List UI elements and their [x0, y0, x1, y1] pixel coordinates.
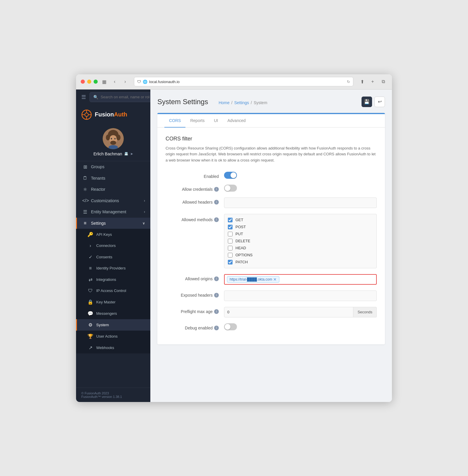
- method-put-label[interactable]: PUT: [235, 232, 243, 236]
- svg-point-10: [116, 135, 121, 140]
- method-put-checkbox[interactable]: [228, 232, 233, 236]
- sidebar-item-key-master[interactable]: 🔒 Key Master: [76, 296, 150, 308]
- allowed-methods-control: GET POST PUT: [224, 214, 377, 268]
- method-put-item: PUT: [228, 231, 373, 238]
- share-btn[interactable]: ⬆: [358, 78, 366, 86]
- sidebar-item-integrations[interactable]: ⇄ Integrations: [76, 274, 150, 285]
- method-get-checkbox[interactable]: [228, 218, 233, 222]
- sidebar-item-reactor[interactable]: ⚛ Reactor: [76, 184, 150, 195]
- allowed-methods-info-icon[interactable]: i: [214, 217, 219, 222]
- groups-icon: ⊞: [82, 164, 88, 170]
- allow-credentials-toggle[interactable]: [224, 185, 237, 192]
- enabled-toggle[interactable]: [224, 172, 237, 179]
- allowed-origins-control: https://trial-████.okta.com ✕: [224, 274, 377, 285]
- method-patch-checkbox[interactable]: [228, 260, 233, 264]
- address-bar[interactable]: 🛡 🌐 local.fusionauth.io ↻: [134, 77, 353, 86]
- debug-enabled-toggle[interactable]: [224, 323, 237, 330]
- method-post-label[interactable]: POST: [235, 225, 246, 229]
- save-icon: 💾: [364, 99, 370, 104]
- integrations-icon: ⇄: [87, 277, 93, 282]
- sidebar-item-connectors[interactable]: › Connectors: [76, 240, 150, 251]
- browser-back-btn[interactable]: ‹: [111, 78, 119, 86]
- sidebar-item-customizations[interactable]: </> Customizations ›: [76, 195, 150, 206]
- shield-icon: 🛡: [137, 80, 141, 84]
- tab-ui[interactable]: UI: [209, 114, 223, 128]
- tab-advanced[interactable]: Advanced: [223, 114, 250, 128]
- breadcrumb-settings[interactable]: Settings: [234, 100, 249, 105]
- allowed-origins-label: Allowed origins i: [166, 274, 224, 281]
- page-title: System Settings: [157, 98, 208, 106]
- method-post-checkbox[interactable]: [228, 225, 233, 229]
- exposed-headers-input[interactable]: [224, 291, 377, 301]
- method-get-label[interactable]: GET: [235, 218, 243, 222]
- preflight-max-age-info-icon[interactable]: i: [214, 309, 219, 314]
- debug-enabled-info-icon[interactable]: i: [214, 326, 219, 330]
- allowed-headers-input[interactable]: [224, 197, 377, 208]
- page-header: System Settings Home / Settings / System…: [157, 97, 385, 107]
- method-delete-checkbox[interactable]: [228, 239, 233, 243]
- entity-management-icon: ☰: [82, 209, 88, 215]
- allowed-origins-row: Allowed origins i https://trial-████.okt…: [166, 274, 377, 285]
- method-patch-label[interactable]: PATCH: [235, 260, 248, 264]
- allowed-headers-info-icon[interactable]: i: [214, 200, 219, 205]
- new-tab-btn[interactable]: +: [369, 78, 377, 86]
- sidebar-toggle-btn[interactable]: ▦: [100, 78, 108, 86]
- method-options-label[interactable]: OPTIONS: [235, 253, 253, 257]
- search-icon: 🔍: [93, 95, 98, 99]
- sidebar-item-system[interactable]: ⚙ System: [76, 319, 150, 331]
- allowed-origins-info-icon[interactable]: i: [214, 276, 219, 281]
- sidebar-item-settings[interactable]: ≡ Settings ∨: [76, 218, 150, 229]
- allowed-headers-control: [224, 197, 377, 208]
- origin-tag: https://trial-████.okta.com ✕: [227, 276, 279, 283]
- back-icon: ↩: [378, 99, 382, 104]
- browser-forward-btn[interactable]: ›: [121, 78, 129, 86]
- preflight-max-age-input[interactable]: [224, 307, 353, 317]
- sidebar-item-entity-management[interactable]: ☰ Entity Management ›: [76, 206, 150, 218]
- sidebar-item-consents[interactable]: ✓ Consents: [76, 251, 150, 263]
- user-badge-card[interactable]: 📇: [124, 152, 128, 156]
- origin-tag-remove[interactable]: ✕: [273, 277, 277, 282]
- tab-cors[interactable]: CORS: [164, 114, 185, 128]
- search-bar[interactable]: 🔍: [90, 92, 150, 102]
- allow-credentials-info-icon[interactable]: i: [214, 187, 219, 192]
- hamburger-icon[interactable]: ☰: [81, 94, 86, 100]
- allow-credentials-label: Allow credentials i: [166, 185, 224, 192]
- tab-reports[interactable]: Reports: [185, 114, 209, 128]
- sidebar-item-api-keys[interactable]: 🔑 API Keys: [76, 229, 150, 240]
- user-profile: Erlich Bachman 📇 ➤: [76, 125, 150, 161]
- search-input[interactable]: [101, 95, 150, 99]
- origin-tag-text: https://trial-████.okta.com: [230, 277, 272, 281]
- sidebar-item-identity-providers[interactable]: ≡ Identity Providers: [76, 263, 150, 274]
- allowed-origins-tag-input[interactable]: https://trial-████.okta.com ✕: [224, 274, 377, 285]
- sidebar-item-tenants[interactable]: 🗒 Tenants: [76, 173, 150, 184]
- sidebar-item-ip-access-control[interactable]: 🛡 IP Access Control: [76, 285, 150, 296]
- traffic-light-green[interactable]: [94, 80, 98, 84]
- refresh-icon[interactable]: ↻: [347, 80, 350, 84]
- exposed-headers-info-icon[interactable]: i: [214, 293, 219, 298]
- cors-section-desc: Cross Origin Resource Sharing (CORS) con…: [166, 145, 377, 164]
- sidebar-footer: © FusionAuth 2023 FusionAuth™ version 1.…: [76, 388, 150, 402]
- allowed-headers-row: Allowed headers i: [166, 197, 377, 208]
- user-badge-arrow[interactable]: ➤: [130, 152, 133, 156]
- preflight-max-age-control: Seconds: [224, 307, 377, 317]
- sidebar-item-messengers[interactable]: 💬 Messengers: [76, 308, 150, 319]
- allow-credentials-row: Allow credentials i: [166, 185, 377, 192]
- allowed-methods-row: Allowed methods i GET: [166, 214, 377, 268]
- tabs-btn[interactable]: ⧉: [379, 78, 387, 86]
- browser-window: ▦ ‹ › 🛡 🌐 local.fusionauth.io ↻ ⬆ + ⧉ ☰ …: [76, 74, 392, 402]
- traffic-light-yellow[interactable]: [87, 80, 91, 84]
- sidebar-item-webhooks[interactable]: ↗ Webhooks: [76, 342, 150, 353]
- method-head-checkbox[interactable]: [228, 246, 233, 250]
- method-options-item: OPTIONS: [228, 252, 373, 259]
- debug-enabled-control: [224, 323, 377, 330]
- sidebar-item-groups[interactable]: ⊞ Groups: [76, 161, 150, 173]
- method-options-checkbox[interactable]: [228, 253, 233, 257]
- save-button[interactable]: 💾: [362, 97, 372, 107]
- method-head-label[interactable]: HEAD: [235, 246, 246, 250]
- debug-enabled-label: Debug enabled i: [166, 323, 224, 330]
- sidebar-item-user-actions[interactable]: 🏆 User Actions: [76, 331, 150, 342]
- method-delete-label[interactable]: DELETE: [235, 239, 250, 243]
- breadcrumb-home[interactable]: Home: [218, 100, 229, 105]
- traffic-light-red[interactable]: [81, 80, 85, 84]
- back-button[interactable]: ↩: [374, 97, 385, 107]
